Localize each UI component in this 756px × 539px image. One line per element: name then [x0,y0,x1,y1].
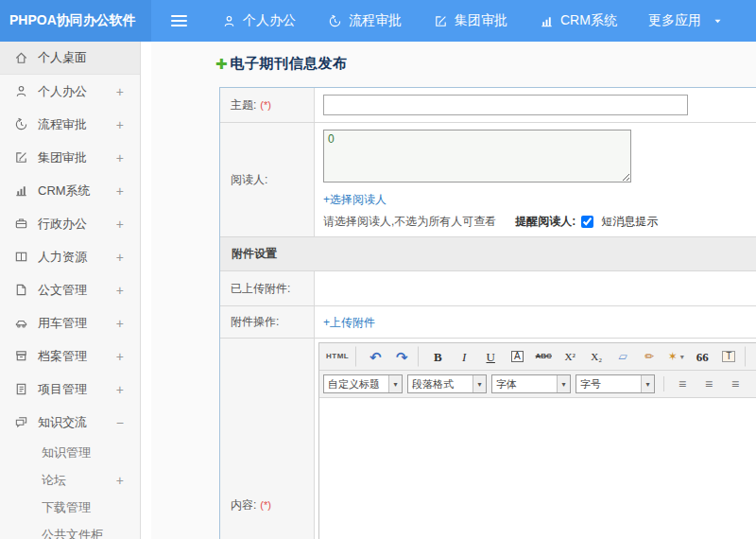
readers-row: 阅读人: 0 +选择阅读人 请选择阅读人,不选为所有人可查看 提醒阅读人: 短消… [220,123,756,237]
sidebar-item-label: 下载管理 [42,499,91,516]
expand-toggle-icon[interactable]: + [116,316,124,331]
person-icon [222,14,236,28]
sidebar-item[interactable]: 论坛 + [0,466,140,494]
topnav-item[interactable]: 集团审批 [418,0,524,42]
content-row: 内容: (*) HTML ↶ [220,339,756,539]
subject-label: 主题: [231,97,256,113]
topnav-item-label: 集团审批 [455,12,507,29]
sidebar-item[interactable]: 知识交流 − [0,406,140,439]
sidebar-item-label: 公文管理 [38,282,87,299]
archive-icon [14,349,28,363]
topnav-item[interactable]: CRM系统 [524,0,633,42]
editor-toolbar-row1: HTML ↶ ↷ B [319,343,756,371]
sidebar-item-label: 集团审批 [38,149,87,166]
sidebar-item[interactable]: 行政办公 + [0,207,140,240]
sidebar-item[interactable]: 用车管理 + [0,306,140,339]
editor-content-area[interactable] [319,398,756,539]
expand-toggle-icon[interactable]: + [116,117,124,132]
underline-button[interactable]: U [478,346,503,367]
paragraph-select[interactable]: 段落格式 ▾ [407,374,487,393]
expand-toggle-icon[interactable]: + [116,382,124,397]
html-source-button[interactable]: HTML [323,346,356,367]
top-nav: 个人办公 流程审批 集团审批 CRM系统 [206,0,633,42]
add-plus-icon: ✚ [215,56,228,73]
subscript-button[interactable]: X₂ [584,346,609,367]
redo-button[interactable]: ↷ [389,346,419,367]
sms-remind-label: 短消息提示 [601,214,658,230]
chart-icon [540,14,554,28]
format-brush-button[interactable]: ✏ [637,346,662,367]
align-left-button[interactable]: ≡ [670,374,695,394]
sidebar-item-label: 论坛 [42,472,66,489]
expand-toggle-icon[interactable]: + [116,217,124,232]
content-label: 内容: [231,497,256,513]
topnav-item-label: 个人办公 [243,12,296,29]
edit-icon [14,150,28,165]
font-color-button[interactable]: A [752,346,756,367]
sidebar-item[interactable]: 人力资源 + [0,240,140,273]
sidebar-item[interactable]: CRM系统 + [0,174,140,207]
eraser-button[interactable]: ▱ [610,346,635,367]
bold-button[interactable]: B [425,346,450,367]
app-logo: PHPOA协同办公软件 [0,0,151,42]
blockquote-button[interactable]: 66 [690,346,714,367]
sidebar-item[interactable]: 公文管理 + [0,273,140,306]
upload-attachment-link[interactable]: +上传附件 [323,315,375,331]
sidebar-item[interactable]: 档案管理 + [0,339,140,373]
undo-button[interactable]: ↶ [363,346,387,367]
readers-textarea[interactable]: 0 [323,130,631,183]
edit-icon [434,14,448,28]
expand-toggle-icon[interactable]: + [116,150,124,165]
topnav-item-more-apps[interactable]: 更多应用 [633,0,738,42]
subject-row: 主题: (*) [220,88,756,123]
attachments-section-title: 附件设置 [220,237,756,270]
font-family-select[interactable]: 字体 ▾ [491,374,571,393]
font-size-select[interactable]: 字号 ▾ [576,374,655,393]
expand-toggle-icon[interactable]: − [116,415,124,430]
attachment-actions-row: 附件操作: +上传附件 [220,306,756,339]
magic-wand-button[interactable]: ✶ [663,346,688,367]
sms-remind-checkbox[interactable] [581,216,593,228]
attachment-actions-label: 附件操作: [231,314,279,330]
sidebar-item[interactable]: 公共文件柜 [0,521,140,539]
align-center-button[interactable]: ≡ [696,374,721,394]
sidebar-item-label: 个人办公 [38,83,87,100]
italic-button[interactable]: I [452,346,476,367]
main-content: ✚ 电子期刊信息发布 主题: (*) 阅读人: 0 +选择阅读人 [151,42,756,539]
expand-toggle-icon[interactable]: + [116,183,124,199]
sidebar-item[interactable]: 项目管理 + [0,373,140,406]
chat-icon [14,415,28,429]
sidebar-item-label: 人力资源 [38,249,87,266]
expand-toggle-icon[interactable]: + [116,349,124,364]
font-style-button[interactable]: A [505,346,529,367]
project-icon [14,382,28,396]
sidebar-item[interactable]: 下载管理 [0,494,140,521]
expand-toggle-icon[interactable]: + [116,84,124,99]
more-apps-label: 更多应用 [648,12,701,29]
subject-input[interactable] [323,95,688,115]
attachments-section-row: 附件设置 [220,237,756,271]
readers-label: 阅读人: [231,172,267,188]
strikethrough-button[interactable]: ABC [531,346,556,367]
topnav-item[interactable]: 流程审批 [312,0,418,42]
sidebar-item-label: 公共文件柜 [42,527,103,539]
menu-icon[interactable] [151,0,206,42]
paste-text-button[interactable]: T [716,346,746,367]
expand-toggle-icon[interactable]: + [116,473,124,488]
expand-toggle-icon[interactable]: + [116,283,124,298]
sidebar-item-label: 档案管理 [38,348,87,365]
heading-select[interactable]: 自定义标题 ▾ [323,374,403,393]
sidebar-item[interactable]: 集团审批 + [0,141,140,174]
superscript-button[interactable]: X² [558,346,582,367]
align-right-button[interactable]: ≡ [723,374,747,394]
sidebar-item-label: 知识交流 [38,414,87,431]
sidebar-item-label: 个人桌面 [38,49,87,66]
sidebar-item[interactable]: 流程审批 + [0,108,140,141]
sidebar-item[interactable]: 个人桌面 [0,42,140,75]
topnav-item[interactable]: 个人办公 [206,0,312,42]
sidebar-item[interactable]: 个人办公 + [0,75,140,108]
select-readers-link[interactable]: +选择阅读人 [323,192,387,208]
sidebar-item[interactable]: 知识管理 [0,439,140,466]
expand-toggle-icon[interactable]: + [116,250,124,265]
align-justify-button[interactable]: ≡ [749,374,756,394]
